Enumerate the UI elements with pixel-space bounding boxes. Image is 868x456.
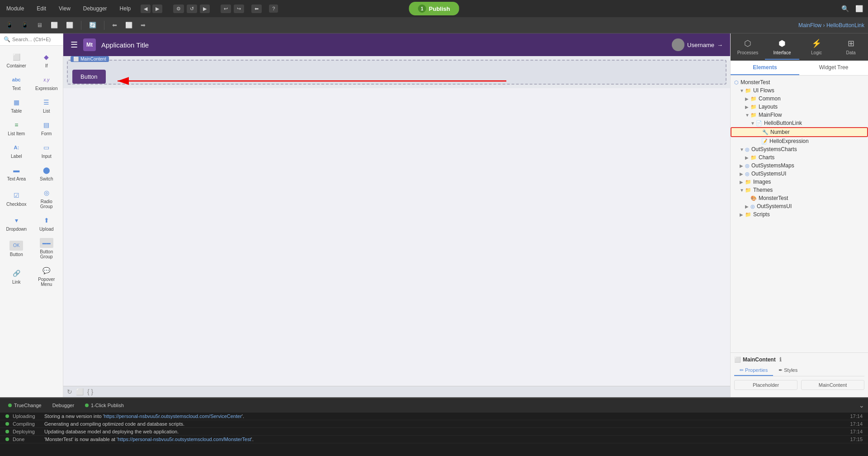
redo-btn[interactable]: ↪ <box>234 5 244 13</box>
tab-data[interactable]: ⊞ Data <box>834 35 868 60</box>
menu-module[interactable]: Module <box>4 4 27 14</box>
widget-link-label: Link <box>12 280 20 285</box>
widget-list-item[interactable]: ≡ List Item <box>2 117 31 139</box>
tree-themes[interactable]: ▼ 📁 Themes <box>731 186 868 194</box>
widget-switch[interactable]: ⬤ Switch <box>32 162 61 184</box>
search-top-btn[interactable]: 🔍 <box>840 4 850 14</box>
widget-container[interactable]: ⬜ Container <box>2 49 31 71</box>
tree-root[interactable]: ⬡ MonsterTest <box>731 78 868 86</box>
menu-debugger[interactable]: Debugger <box>80 4 110 14</box>
menu-help[interactable]: Help <box>117 4 134 14</box>
widget-list[interactable]: ☰ List <box>32 95 61 116</box>
prop-placeholder[interactable]: Placeholder <box>734 380 797 390</box>
widget-text[interactable]: abc Text <box>2 72 31 94</box>
tree-outsystemsui[interactable]: ▶ ◎ OutSystemsUI <box>731 170 868 178</box>
code-icon[interactable]: { } <box>87 388 93 395</box>
properties-panel: ⬜ MainContent ℹ ✏ Properties ✒ Styles Pl… <box>731 352 868 397</box>
device-desktop-icon[interactable]: 🖥 <box>34 20 45 30</box>
charts-folder-icon: 📁 <box>750 155 757 161</box>
widget-dropdown[interactable]: ▾ Dropdown <box>2 213 31 234</box>
tree-layouts[interactable]: ▶ 📁 Layouts <box>731 103 868 111</box>
tab-truechange[interactable]: TrueChange <box>4 401 46 410</box>
refresh-icon[interactable]: 🔄 <box>87 20 99 30</box>
tab-processes[interactable]: ⬡ Processes <box>731 35 765 60</box>
menu-view[interactable]: View <box>56 4 73 14</box>
widget-link[interactable]: 🔗 Link <box>2 263 31 290</box>
tree-theme-monstertest[interactable]: 🎨 MonsterTest <box>731 194 868 202</box>
widget-textarea[interactable]: ▬ Text Area <box>2 162 31 184</box>
label-icon: A: <box>9 142 23 152</box>
widget-label[interactable]: A: Label <box>2 140 31 162</box>
help-circle-btn[interactable]: ? <box>269 5 278 13</box>
hamburger-menu[interactable]: ☰ <box>71 40 78 50</box>
tree-mainflow-label: MainFlow <box>759 112 782 118</box>
log-compiling-time: 17:14 <box>844 421 863 427</box>
align-left-icon[interactable]: ⬅ <box>110 20 119 30</box>
tab-1click-publish[interactable]: 1-Click Publish <box>80 401 128 410</box>
data-label: Data <box>846 50 855 55</box>
frame-icon[interactable]: ⬜ <box>76 388 84 395</box>
widget-expression[interactable]: x.y Expression <box>32 72 61 94</box>
widget-upload[interactable]: ⬆ Upload <box>32 213 61 234</box>
device-wide-icon[interactable]: ⬜ <box>48 20 60 30</box>
tab-elements[interactable]: Elements <box>731 61 799 75</box>
widget-form[interactable]: ▤ Form <box>32 117 61 139</box>
tab-debugger[interactable]: Debugger <box>48 401 79 410</box>
device-custom-icon[interactable]: ⬜ <box>64 20 75 30</box>
tree-images[interactable]: ▶ 📁 Images <box>731 178 868 186</box>
tree-outsystemscharts[interactable]: ▼ ◎ OutSystemsCharts <box>731 145 868 153</box>
publish-button[interactable]: 1 Publish <box>409 2 459 15</box>
menu-edit[interactable]: Edit <box>34 4 49 14</box>
tree-ui-flows[interactable]: ▼ 📁 UI Flows <box>731 86 868 95</box>
widget-button-label: Button <box>10 252 23 257</box>
widget-tree: ⬡ MonsterTest ▼ 📁 UI Flows ▶ 📁 Common <box>731 76 868 352</box>
log-done-link: https://personal-nsbvuu5r.outsystemsclou… <box>118 437 251 442</box>
tree-charts[interactable]: ▶ 📁 Charts <box>731 153 868 162</box>
back-history-btn[interactable]: ⬅ <box>251 5 262 13</box>
tab-widget-tree[interactable]: Widget Tree <box>799 61 868 75</box>
tab-logic[interactable]: ⚡ Logic <box>799 35 834 60</box>
run-btn[interactable]: ▶ <box>200 5 210 13</box>
widget-popover[interactable]: 💬 Popover Menu <box>32 263 61 290</box>
nav-forward[interactable]: ▶ <box>152 5 162 13</box>
app-preview: ☰ Mt Application Title Username → ⬜ Main… <box>63 33 730 386</box>
canvas-content: ⬜ MainContent Button <box>63 56 730 88</box>
search-input[interactable] <box>12 37 63 42</box>
tree-scripts[interactable]: ▶ 📁 Scripts <box>731 210 868 218</box>
widget-button-group[interactable]: ▬▬ Button Group <box>32 235 61 262</box>
undo-btn[interactable]: ↩ <box>221 5 231 13</box>
button-widget[interactable]: Button <box>72 70 106 84</box>
widget-table[interactable]: ▦ Table <box>2 95 31 116</box>
prop-info-icon[interactable]: ℹ <box>779 356 782 363</box>
widget-checkbox[interactable]: ☑ Checkbox <box>2 185 31 212</box>
expand-bottom-btn[interactable]: ⌄ <box>859 402 864 409</box>
tree-outsystemsmaps[interactable]: ▶ ◎ OutSystemsMaps <box>731 162 868 170</box>
main-content-block[interactable]: ⬜ MainContent Button <box>67 60 726 85</box>
prop-tab-properties[interactable]: ✏ Properties <box>734 366 773 376</box>
align-center-icon[interactable]: ⬜ <box>123 20 135 30</box>
prop-tab-styles[interactable]: ✒ Styles <box>773 366 803 376</box>
nav-back[interactable]: ◀ <box>141 5 151 13</box>
menu-items: Module Edit View Debugger Help <box>4 4 133 14</box>
tab-interface[interactable]: ⬢ Interface <box>765 35 799 60</box>
device-tablet-icon[interactable]: 📱 <box>19 20 31 30</box>
tree-theme-outsystemsui[interactable]: ▶ ◎ OutSystemsUI <box>731 202 868 210</box>
widget-if[interactable]: ◆ If <box>32 49 61 71</box>
tree-hellobuttonlink[interactable]: ▼ 📄 HelloButtonLink <box>731 119 868 127</box>
device-mobile-icon[interactable]: 📱 <box>4 20 15 30</box>
settings-btn[interactable]: ⚙ <box>173 5 184 13</box>
align-right-icon[interactable]: ➡ <box>138 20 148 30</box>
tree-common[interactable]: ▶ 📁 Common <box>731 95 868 103</box>
refresh-btn[interactable]: ↺ <box>187 5 197 13</box>
widget-button[interactable]: OK Button <box>2 235 31 262</box>
logout-icon[interactable]: → <box>717 42 723 48</box>
widget-radio-group[interactable]: ◎ Radio Group <box>32 185 61 212</box>
tree-helloexpression[interactable]: 📝 HelloExpression <box>731 137 868 145</box>
tree-number[interactable]: 🔧 Number <box>731 127 868 137</box>
widget-input[interactable]: ▭ Input <box>32 140 61 162</box>
prop-maincontent[interactable]: MainContent <box>801 380 864 390</box>
loop-icon[interactable]: ↻ <box>67 388 72 395</box>
tree-mainflow[interactable]: ▼ 📁 MainFlow <box>731 111 868 119</box>
window-controls[interactable]: ⬜ <box>854 4 864 14</box>
scripts-folder-icon: 📁 <box>745 212 751 218</box>
